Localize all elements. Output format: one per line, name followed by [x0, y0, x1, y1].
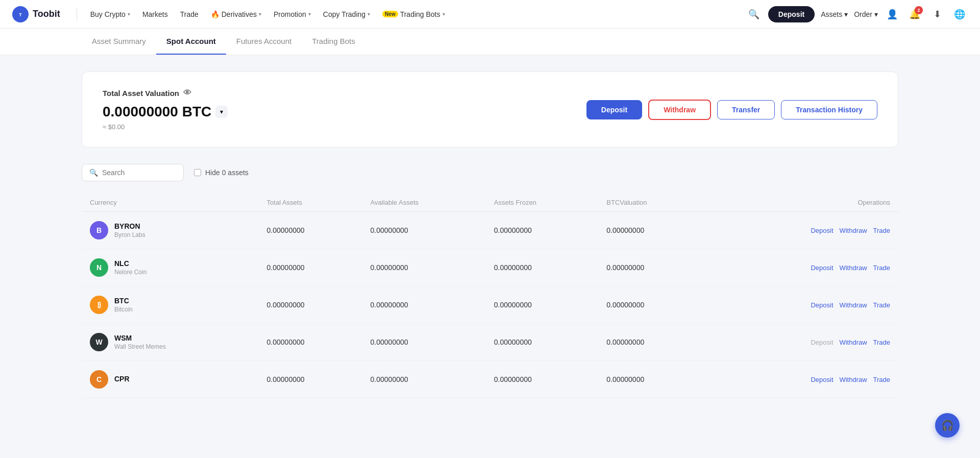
nav-item-derivatives[interactable]: 🔥 Derivatives ▾ [206, 6, 266, 22]
order-nav-button[interactable]: Order ▾ [854, 10, 878, 18]
withdraw-button[interactable]: Withdraw [648, 100, 711, 120]
coin-icon-BYRON: B [90, 221, 108, 239]
nav-item-trade[interactable]: Trade [175, 6, 204, 22]
chevron-down-icon: ▾ [844, 10, 848, 18]
search-input[interactable] [102, 168, 176, 177]
assets-table: Currency Total Assets Available Assets A… [82, 194, 898, 398]
withdraw-op-NLC[interactable]: Withdraw [839, 264, 867, 272]
operations-CPR: Deposit Withdraw Trade [707, 361, 898, 398]
col-btc-valuation: BTCValuation [598, 194, 707, 212]
new-badge: New [382, 11, 398, 17]
btc-valuation-BTC: 0.00000000 [598, 286, 707, 324]
operations-NLC: Deposit Withdraw Trade [707, 249, 898, 286]
trade-op-CPR[interactable]: Trade [873, 376, 890, 383]
coin-icon-NLC: N [90, 258, 108, 277]
asset-label: Total Asset Valuation 👁 [103, 88, 228, 98]
deposit-op-CPR[interactable]: Deposit [811, 376, 833, 383]
coin-icon-WSM: W [90, 333, 108, 351]
coin-info-BYRON: BYRON Byron Labs [114, 222, 145, 238]
search-box[interactable]: 🔍 [82, 164, 184, 181]
col-available-assets: Available Assets [362, 194, 486, 212]
profile-button[interactable]: 👤 [884, 6, 900, 22]
available-assets-CPR: 0.00000000 [362, 361, 486, 398]
coin-symbol-BTC: BTC [114, 297, 133, 305]
withdraw-op-BYRON[interactable]: Withdraw [839, 227, 867, 234]
nav-item-copy-trading[interactable]: Copy Trading ▾ [318, 6, 375, 22]
language-button[interactable]: 🌐 [951, 6, 968, 22]
total-assets-CPR: 0.00000000 [259, 361, 362, 398]
total-assets-BTC: 0.00000000 [259, 286, 362, 324]
trade-op-NLC[interactable]: Trade [873, 264, 890, 272]
brand-name: Toobit [33, 9, 60, 19]
btc-valuation-CPR: 0.00000000 [598, 361, 707, 398]
notification-count: 2 [915, 6, 923, 14]
visibility-toggle-icon[interactable]: 👁 [183, 88, 191, 98]
hide-zero-checkbox[interactable] [194, 169, 201, 176]
coin-symbol-BYRON: BYRON [114, 222, 145, 230]
deposit-op-BTC[interactable]: Deposit [811, 301, 833, 309]
available-assets-WSM: 0.00000000 [362, 324, 486, 361]
notification-button[interactable]: 🔔 2 [906, 6, 923, 22]
asset-info: Total Asset Valuation 👁 0.00000000 BTC ▾… [103, 88, 228, 131]
filters-row: 🔍 Hide 0 assets [82, 164, 898, 181]
nav-item-buy-crypto[interactable]: Buy Crypto ▾ [85, 6, 135, 22]
deposit-button[interactable]: Deposit [586, 100, 642, 119]
hide-zero-assets-toggle[interactable]: Hide 0 assets [194, 168, 249, 177]
coin-info-NLC: NLC Nelore Coin [114, 259, 146, 276]
btc-valuation-BYRON: 0.00000000 [598, 212, 707, 249]
btc-valuation-WSM: 0.00000000 [598, 324, 707, 361]
trade-op-WSM[interactable]: Trade [873, 339, 890, 346]
col-assets-frozen: Assets Frozen [486, 194, 598, 212]
coin-fullname-BYRON: Byron Labs [114, 231, 145, 238]
assets-nav-button[interactable]: Assets ▾ [821, 10, 848, 18]
navbar: T Toobit Buy Crypto ▾ Markets Trade 🔥 De… [0, 0, 980, 29]
transfer-button[interactable]: Transfer [717, 100, 775, 119]
coin-symbol-CPR: CPR [114, 375, 130, 383]
asset-usd-value: ≈ $0.00 [103, 123, 228, 131]
chevron-down-icon: ▾ [874, 10, 878, 18]
coin-fullname-WSM: Wall Street Memes [114, 343, 166, 350]
main-content: Total Asset Valuation 👁 0.00000000 BTC ▾… [0, 55, 980, 415]
coin-icon-CPR: C [90, 370, 108, 389]
logo-icon: T [12, 6, 29, 22]
nav-item-markets[interactable]: Markets [137, 6, 173, 22]
download-button[interactable]: ⬇ [929, 6, 945, 22]
withdraw-op-CPR[interactable]: Withdraw [839, 376, 867, 383]
nav-item-promotion[interactable]: Promotion ▾ [268, 6, 316, 22]
tab-trading-bots[interactable]: Trading Bots [302, 29, 365, 55]
deposit-op-NLC[interactable]: Deposit [811, 264, 833, 272]
available-assets-BTC: 0.00000000 [362, 286, 486, 324]
trade-op-BTC[interactable]: Trade [873, 301, 890, 309]
currency-cell-3: W WSM Wall Street Memes [82, 324, 259, 361]
deposit-nav-button[interactable]: Deposit [768, 6, 815, 22]
col-total-assets: Total Assets [259, 194, 362, 212]
tab-spot-account[interactable]: Spot Account [156, 29, 226, 55]
transaction-history-button[interactable]: Transaction History [781, 100, 877, 119]
operations-BTC: Deposit Withdraw Trade [707, 286, 898, 324]
nav-divider [77, 8, 77, 20]
nav-item-trading-bots[interactable]: New Trading Bots ▾ [377, 6, 450, 22]
currency-toggle-button[interactable]: ▾ [215, 106, 228, 118]
chevron-down-icon: ▾ [128, 11, 130, 17]
frozen-assets-CPR: 0.00000000 [486, 361, 598, 398]
btc-valuation-NLC: 0.00000000 [598, 249, 707, 286]
coin-info-WSM: WSM Wall Street Memes [114, 334, 166, 350]
deposit-op-BYRON[interactable]: Deposit [811, 227, 833, 234]
withdraw-op-BTC[interactable]: Withdraw [839, 301, 867, 309]
tab-asset-summary[interactable]: Asset Summary [82, 29, 156, 55]
col-currency: Currency [82, 194, 259, 212]
frozen-assets-BTC: 0.00000000 [486, 286, 598, 324]
currency-cell-1: N NLC Nelore Coin [82, 249, 259, 286]
frozen-assets-NLC: 0.00000000 [486, 249, 598, 286]
withdraw-op-WSM[interactable]: Withdraw [839, 339, 867, 346]
operations-WSM: Deposit Withdraw Trade [707, 324, 898, 361]
logo[interactable]: T Toobit [12, 6, 60, 22]
chevron-down-icon: ▾ [368, 11, 370, 17]
search-button[interactable]: 🔍 [746, 6, 762, 22]
tab-futures-account[interactable]: Futures Account [226, 29, 302, 55]
table-row: B BYRON Byron Labs 0.00000000 0.00000000… [82, 212, 898, 249]
trade-op-BYRON[interactable]: Trade [873, 227, 890, 234]
operations-BYRON: Deposit Withdraw Trade [707, 212, 898, 249]
coin-info-BTC: BTC Bitcoin [114, 297, 133, 313]
nav-items: Buy Crypto ▾ Markets Trade 🔥 Derivatives… [85, 6, 746, 22]
